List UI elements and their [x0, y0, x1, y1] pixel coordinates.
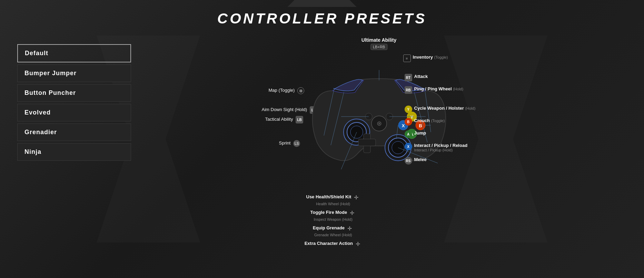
right-labels-panel: ≡ Inventory (Toggle) RT Attack RB — [403, 54, 500, 165]
dpad-left-icon: ✛ — [348, 209, 356, 217]
crouch-label: B Crouch (Toggle) — [403, 118, 500, 126]
ping-label: RB Ping / Ping Wheel (Hold) — [403, 86, 500, 94]
rb-badge: RB — [405, 86, 412, 94]
dpad-down-icon: ✛ — [354, 240, 362, 248]
dpad-up-icon: ✛ — [353, 193, 360, 201]
preset-bumper-jumper[interactable]: Bumper Jumper — [17, 64, 131, 82]
preset-evolved[interactable]: Evolved — [17, 104, 131, 121]
controller-section: Ultimate Ability LB+RB Map (Toggle) ⊟ Ai… — [131, 37, 627, 264]
rt-badge: RT — [405, 74, 412, 81]
svg-rect-13 — [358, 139, 376, 146]
ls-badge: LS — [293, 140, 300, 147]
interact-label: X Interact / Pickup / Reload Interact / … — [403, 143, 500, 152]
a-badge: A — [405, 130, 412, 138]
firemode-label: Toggle Fire Mode ✛ Inspect Weapon (Hold) — [305, 209, 362, 222]
preset-grenadier[interactable]: Grenadier — [17, 123, 131, 141]
ultimate-ability-label: Ultimate Ability LB+RB — [361, 37, 396, 50]
attack-label: RT Attack — [403, 74, 500, 81]
y-badge: Y — [405, 106, 412, 113]
tactical-label: Tactical Ability LB — [265, 116, 304, 123]
b-badge: B — [405, 118, 412, 126]
health-label: Use Health/Shield Kit ✛ Health Wheel (Ho… — [305, 193, 362, 206]
rs-badge: RS — [405, 157, 412, 165]
preset-default[interactable]: Default — [17, 44, 131, 62]
grenade-label: Equip Grenade ✛ Grenade Wheel (Hold) — [305, 225, 362, 237]
preset-ninja[interactable]: Ninja — [17, 143, 131, 161]
x-badge: X — [405, 143, 412, 150]
sprint-label: Sprint LS — [279, 140, 300, 147]
presets-sidebar: Default Bumper Jumper Button Puncher Evo… — [17, 37, 131, 264]
inventory-label: ≡ Inventory (Toggle) — [403, 54, 500, 62]
jump-label: A Jump — [403, 130, 500, 138]
melee-label: RS Melee — [403, 157, 500, 165]
lb-rb-badge: LB+RB — [370, 44, 387, 50]
dpad-right-icon: ✛ — [346, 225, 354, 232]
preset-button-puncher[interactable]: Button Puncher — [17, 84, 131, 102]
extra-action-label: Extra Character Action ✛ — [305, 240, 362, 248]
page-title: CONTROLLER PRESETS — [17, 10, 627, 27]
inventory-icon: ≡ — [403, 54, 411, 62]
lb-badge: LB — [296, 116, 303, 123]
view-button-badge: ⊟ — [297, 87, 304, 94]
svg-text:⊛: ⊛ — [376, 120, 382, 127]
cycle-weapon-label: Y Cycle Weapon / Holster (Hold) — [403, 106, 500, 113]
map-label: Map (Toggle) ⊟ — [269, 87, 305, 94]
